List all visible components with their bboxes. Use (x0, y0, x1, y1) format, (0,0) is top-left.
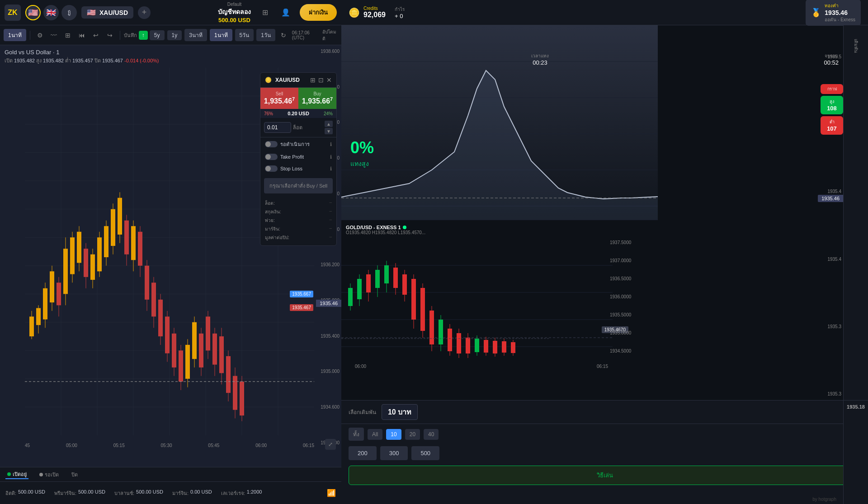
status-free-margin-label: พรีมาร์จิน: (54, 489, 76, 497)
bet-option-20[interactable]: 20 (405, 429, 420, 440)
datetime-label: 06:17:06 (UTC) (292, 30, 320, 40)
take-profit-toggle[interactable] (265, 154, 278, 160)
tf-3m[interactable]: 3นาที (184, 29, 207, 41)
gold-price-label: ทองคำ (825, 2, 855, 9)
mini-price-level: 1936.0000 (610, 294, 631, 299)
buy-button[interactable]: Buy 1,935.667 (298, 88, 336, 109)
replay-icon-btn[interactable]: ⏮ (76, 29, 88, 42)
pending-toggle-row: รอดำเนินการ ℹ (260, 137, 336, 151)
stop-loss-toggle[interactable] (265, 165, 278, 172)
pending-toggle[interactable] (265, 141, 278, 147)
time-scale: 45 05:00 05:15 05:30 05:45 06:00 06:15 (25, 440, 314, 451)
flag-btc[interactable]: ₿ (61, 5, 77, 20)
bet-amount-500[interactable]: 500 (411, 446, 439, 460)
status-balance: อิตดิ: 500.00 USD (5, 489, 45, 497)
spread-bar: 76% 0.20 USD 24% (260, 109, 336, 118)
open-positions-tab[interactable]: เปิดอยู่ (5, 470, 28, 479)
svg-rect-62 (172, 334, 176, 367)
svg-rect-44 (111, 209, 115, 246)
buy-sell-action-button[interactable]: กรุณาเลือกคำสั่ง Buy / Sell (264, 178, 333, 193)
info-margin-label: มาร์จิน: (265, 226, 280, 232)
mini-time-label: 06:00 (355, 364, 366, 369)
flag-us[interactable]: 🇺🇸 (25, 5, 41, 20)
svg-rect-22 (36, 308, 41, 325)
trade-info-pip: มูลค่าต่อปิป: – (265, 233, 332, 242)
panel-chart-icon[interactable]: ⊡ (318, 76, 324, 84)
right-chart-area[interactable]: เวลาแทง 00:23 จบรอบ 00:52 1935.46 0% แทง… (341, 25, 868, 400)
svg-rect-112 (411, 279, 416, 320)
buy-price: 1,935.667 (300, 96, 335, 105)
lot-up-button[interactable]: ▲ (325, 121, 333, 127)
bet-option-10[interactable]: 10 (386, 429, 401, 440)
user-icon-btn[interactable]: 👤 (279, 6, 292, 19)
tf-1d[interactable]: 1วัน (256, 29, 275, 41)
svg-rect-124 (466, 338, 470, 353)
undo-icon-btn[interactable]: ↩ (90, 29, 102, 42)
app-logo: ZK (5, 5, 21, 21)
tf-1m[interactable]: 1นาที (210, 29, 232, 41)
bet-option-all[interactable]: ทั้ง (349, 428, 364, 441)
tf-5d[interactable]: 5วัน (235, 29, 254, 41)
pending-label: รอเปิด (45, 471, 59, 479)
add-symbol-button[interactable]: + (138, 6, 151, 19)
profit-value: + 0 (395, 13, 405, 19)
buy-action-button[interactable]: วิธีเล่น (349, 466, 861, 485)
bet-red-button[interactable]: กราฟ (821, 84, 843, 94)
svg-rect-56 (151, 283, 156, 316)
bet-up-label: สูง (821, 99, 842, 105)
bet-amounts-row: 200 300 500 (341, 444, 868, 462)
refresh-icon[interactable]: ↻ (278, 29, 289, 42)
bet-red-label: กราฟ (821, 86, 842, 92)
credits-icon: 🪙 (349, 7, 360, 18)
flag-gb[interactable]: 🇬🇧 (43, 5, 59, 20)
expand-chart-button[interactable]: ⤢ (325, 439, 336, 450)
timer-left-value: 00:23 (531, 59, 549, 66)
panel-close-icon[interactable]: ✕ (326, 76, 332, 84)
bet-selector-row: เลือกเดิมพัน 10 บาท (341, 400, 868, 424)
tf-1y[interactable]: 1y (167, 30, 182, 40)
tf-1min[interactable]: 1นาที (4, 29, 26, 41)
right-price-level: 1935.3 (820, 324, 841, 329)
panel-header: 🪙 XAU/USD ⊞ ⊡ ✕ (260, 73, 336, 88)
symbol-selector[interactable]: 🇺🇸 XAU/USD (81, 6, 133, 19)
credits-label: Credits (363, 6, 386, 11)
svg-rect-80 (233, 376, 237, 410)
svg-rect-76 (219, 336, 224, 373)
bet-option-all2[interactable]: All (368, 429, 382, 440)
indicator-icon-btn[interactable]: 〰 (48, 29, 60, 42)
bet-down-button[interactable]: ต่ำ 107 (821, 116, 843, 135)
pending-positions-tab[interactable]: รอเปิด (38, 471, 61, 479)
bet-up-button[interactable]: สูง 108 (821, 96, 843, 114)
bet-amount-200[interactable]: 200 (349, 446, 377, 460)
svg-rect-128 (484, 340, 488, 353)
closed-positions-tab[interactable]: ปิด (70, 471, 80, 479)
spread-center: 0.20 USD (288, 111, 309, 116)
status-bar: อิตดิ: 500.00 USD พรีมาร์จิน: 500.00 USD… (0, 481, 341, 504)
tf-5y[interactable]: 5y (150, 30, 165, 40)
main-right-chart-svg (341, 25, 658, 242)
price-level: 1935.000 (316, 369, 340, 374)
percent-display: 0% (350, 138, 374, 157)
bet-amount-display[interactable]: 10 บาท (382, 404, 418, 420)
sell-button[interactable]: Sell 1,935.467 (260, 88, 298, 109)
open-label: เปิดอยู่ (13, 470, 27, 478)
right-top-bar: 🪙 Credits 92,069 กำไร + 0 🥇 ทองคำ 1935.4… (341, 0, 868, 25)
bet-down-label: ต่ำ (821, 119, 842, 125)
lot-input[interactable] (264, 122, 291, 133)
deposit-button[interactable]: ฝากเงิน (300, 4, 337, 21)
settings-icon-btn[interactable]: ⚙ (34, 29, 46, 42)
panel-settings-icon[interactable]: ⊞ (310, 76, 316, 84)
mini-price-level: 1934.5000 (610, 349, 631, 353)
grid-icon-btn[interactable]: ⊞ (258, 6, 272, 19)
time-label: 06:15 (303, 443, 314, 448)
bet-amount-300[interactable]: 300 (380, 446, 408, 460)
svg-rect-102 (366, 274, 371, 292)
lot-down-button[interactable]: ▼ (325, 128, 333, 134)
strategy-icon-btn[interactable]: ⊞ (62, 29, 74, 42)
redo-icon-btn[interactable]: ↪ (104, 29, 116, 42)
bet-option-40[interactable]: 40 (424, 429, 439, 440)
toolbar-sep-2 (120, 31, 120, 40)
timer-left-label: เวลาแทง (531, 52, 549, 59)
chart-high: 1935.482 (43, 58, 64, 63)
right-price-level: 1935.4 (820, 189, 841, 194)
